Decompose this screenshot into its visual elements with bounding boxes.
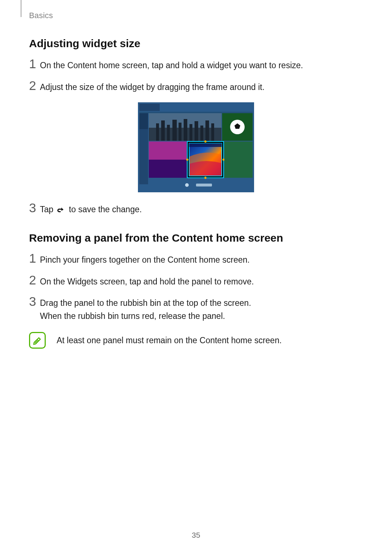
step-item: 1 Pinch your fingers together on the Con… (29, 254, 363, 267)
svg-point-37 (185, 183, 189, 187)
svg-point-31 (186, 159, 188, 161)
svg-line-39 (35, 342, 36, 343)
svg-rect-12 (184, 119, 187, 141)
svg-rect-38 (196, 184, 212, 186)
svg-rect-1 (139, 104, 160, 111)
step-number: 3 (29, 201, 40, 214)
step-item: 2 On the Widgets screen, tap and hold th… (29, 275, 363, 288)
svg-rect-24 (149, 160, 187, 178)
step-text: On the Content home screen, tap and hold… (40, 59, 363, 72)
heading-removing-panel: Removing a panel from the Content home s… (29, 232, 363, 244)
figure-widget-resize (29, 102, 363, 192)
note-text: At least one panel must remain on the Co… (57, 336, 282, 345)
step-text: On the Widgets screen, tap and hold the … (40, 275, 363, 288)
step-text: Adjust the size of the widget by draggin… (40, 81, 363, 94)
svg-rect-17 (211, 123, 214, 141)
svg-rect-9 (167, 125, 170, 141)
back-icon (56, 204, 66, 217)
header-divider (21, 0, 21, 17)
svg-point-29 (204, 140, 207, 143)
svg-line-41 (37, 340, 38, 341)
svg-point-30 (204, 177, 207, 179)
svg-rect-4 (139, 113, 148, 129)
step-text: Tap to save the change. (40, 203, 363, 217)
step-item: 2 Adjust the size of the widget by dragg… (29, 81, 363, 94)
step-item: 1 On the Content home screen, tap and ho… (29, 59, 363, 72)
page: Basics Adjusting widget size 1 On the Co… (0, 0, 392, 554)
step-text-prefix: Tap (40, 205, 56, 214)
svg-rect-11 (179, 123, 181, 141)
svg-rect-23 (149, 141, 187, 160)
svg-line-40 (36, 341, 37, 342)
svg-rect-15 (200, 126, 203, 141)
screenshot-illustration (138, 102, 254, 192)
svg-rect-10 (172, 120, 177, 141)
step-number: 2 (29, 79, 40, 92)
step-text: Pinch your fingers together on the Conte… (40, 254, 363, 267)
svg-rect-7 (156, 123, 159, 141)
page-number: 35 (0, 531, 392, 539)
step-text-suffix: to save the change. (66, 205, 142, 214)
section-removing-panel: Removing a panel from the Content home s… (29, 232, 363, 349)
step-number: 2 (29, 274, 40, 286)
heading-adjusting-widget-size: Adjusting widget size (29, 37, 363, 50)
step-item: 3 Tap to save the change. (29, 203, 363, 217)
step-number: 1 (29, 252, 40, 264)
svg-rect-14 (195, 121, 198, 141)
svg-rect-2 (139, 112, 253, 113)
step-number: 1 (29, 57, 40, 70)
note-icon (29, 332, 46, 349)
svg-rect-8 (161, 120, 165, 141)
step-number: 3 (29, 295, 40, 308)
svg-rect-16 (205, 120, 209, 141)
note: At least one panel must remain on the Co… (29, 332, 363, 349)
section-header: Basics (29, 11, 53, 20)
svg-rect-13 (189, 124, 192, 141)
svg-rect-35 (224, 141, 253, 178)
step-text: Drag the panel to the rubbish bin at the… (40, 297, 363, 323)
step-item: 3 Drag the panel to the rubbish bin at t… (29, 297, 363, 323)
svg-rect-33 (189, 143, 222, 147)
content-area: Adjusting widget size 1 On the Content h… (29, 37, 363, 349)
